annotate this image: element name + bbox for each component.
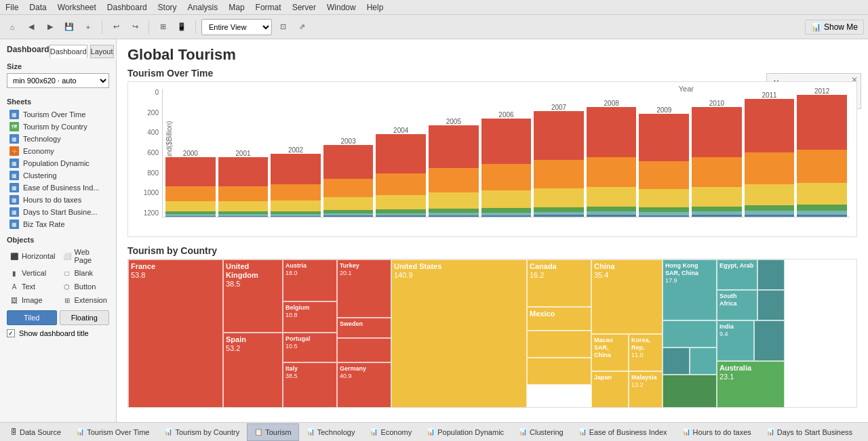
treemap-cell[interactable] (527, 358, 591, 385)
tab-biz-tax[interactable]: 📊 Biz Tax Rate (860, 423, 868, 441)
treemap-cell[interactable]: China35.4 (591, 259, 663, 334)
treemap-cell[interactable]: Malaysia13.2 (629, 371, 663, 408)
menu-analysis[interactable]: Analysis (188, 3, 218, 12)
sheet-days-start[interactable]: ▦ Days to Start Busine... (7, 206, 109, 218)
sheet-hours-taxes[interactable]: ▦ Hours to do taxes (7, 194, 109, 206)
treemap-cell[interactable] (527, 331, 591, 358)
show-me-button[interactable]: 📊 Show Me (805, 20, 864, 35)
show-title-checkbox[interactable] (7, 329, 15, 337)
menu-dashboard[interactable]: Dashboard (107, 3, 147, 12)
tab-tourism-over-time[interactable]: 📊 Tourism Over Time (68, 423, 157, 441)
device-button[interactable]: 📱 (174, 19, 190, 35)
treemap-cell[interactable]: Japan (591, 371, 629, 408)
sheet-ease-business[interactable]: ▦ Ease of Business Ind... (7, 182, 109, 194)
menu-story[interactable]: Story (158, 3, 177, 12)
menu-map[interactable]: Map (229, 3, 244, 12)
layout-tab[interactable]: Layout (90, 45, 114, 58)
object-vertical[interactable]: ▮ Vertical (7, 267, 58, 279)
menu-window[interactable]: Window (327, 3, 356, 12)
share-button[interactable]: ⇗ (294, 19, 310, 35)
object-extension[interactable]: ⊞ Extension (60, 294, 110, 306)
sheet-technology[interactable]: ▦ Technology (7, 133, 109, 145)
bar-group-2001[interactable]: 2001 (218, 148, 269, 217)
tab-days-start[interactable]: 📊 Days to Start Business (759, 423, 860, 441)
bar-group-2006[interactable]: 2006 (481, 110, 532, 217)
bar-group-2012[interactable]: 2012 (797, 86, 847, 217)
tab-clustering[interactable]: 📊 Clustering (511, 423, 571, 441)
object-webpage[interactable]: ⬜ Web Page (60, 247, 110, 266)
treemap-cell[interactable] (337, 338, 391, 362)
size-dropdown[interactable]: min 900x620 · auto (7, 73, 109, 88)
treemap-cell[interactable]: Egypt, Arab (717, 259, 757, 290)
treemap-cell[interactable]: Austria18.0 (283, 259, 337, 301)
treemap-cell[interactable] (663, 348, 690, 375)
bar-group-2000[interactable]: 2000 (165, 148, 216, 217)
treemap-cell[interactable]: United States140.9 (391, 259, 527, 408)
dashboard-tab[interactable]: Dashboard (50, 45, 87, 58)
treemap-cell[interactable]: Spain53.2 (223, 333, 283, 408)
treemap-cell[interactable] (757, 290, 785, 320)
object-blank[interactable]: □ Blank (60, 267, 110, 279)
view-dropdown[interactable]: Entire View (201, 19, 272, 35)
treemap-cell[interactable]: Macao SAR, China (591, 334, 629, 371)
bar-group-2008[interactable]: 2008 (587, 98, 637, 217)
tab-tourism[interactable]: 📋 Tourism (247, 423, 299, 441)
layout-button[interactable]: ⊞ (155, 19, 171, 35)
treemap-cell[interactable]: Italy38.5 (283, 362, 337, 408)
tab-hours-taxes[interactable]: 📊 Hours to do taxes (675, 423, 759, 441)
treemap-cell[interactable] (663, 375, 717, 408)
tab-economy[interactable]: 📊 Economy (362, 423, 419, 441)
sheet-clustering[interactable]: ▦ Clustering (7, 169, 109, 182)
menu-help[interactable]: Help (367, 3, 384, 12)
redo-button[interactable]: ↪ (127, 19, 143, 35)
treemap-cell[interactable]: India9.4 (717, 320, 754, 361)
bar-group-2011[interactable]: 2011 (745, 90, 795, 217)
sheet-economy[interactable]: ⊹ Economy (7, 145, 109, 157)
sheet-biz-tax[interactable]: ▦ Biz Tax Rate (7, 218, 109, 230)
bar-group-2004[interactable]: 2004 (376, 125, 426, 217)
bar-group-2009[interactable]: 2009 (639, 105, 689, 217)
home-button[interactable]: ⌂ (4, 19, 20, 35)
bar-group-2005[interactable]: 2005 (429, 117, 479, 217)
forward-button[interactable]: ▶ (42, 19, 58, 35)
tab-data-source[interactable]: 🗄 Data Source (3, 423, 68, 441)
treemap-cell[interactable]: United Kingdom38.5 (223, 259, 283, 333)
object-horizontal[interactable]: ⬛ Horizontal (7, 247, 58, 266)
tab-tourism-by-country[interactable]: 📊 Tourism by Country (157, 423, 247, 441)
treemap-cell[interactable]: Canada16.2 (527, 259, 591, 307)
treemap-cell[interactable]: Australia23.1 (717, 361, 785, 408)
object-text[interactable]: A Text (7, 280, 58, 293)
treemap-cell[interactable]: Portugal10.5 (283, 333, 337, 362)
menu-data[interactable]: Data (29, 3, 46, 12)
floating-button[interactable]: Floating (60, 310, 110, 325)
tab-ease-business[interactable]: 📊 Ease of Business Index (571, 423, 675, 441)
treemap-cell[interactable]: South Africa (717, 290, 757, 320)
treemap-cell[interactable]: Mexico (527, 307, 591, 331)
menu-file[interactable]: File (5, 3, 18, 12)
bar-group-2003[interactable]: 2003 (323, 136, 374, 217)
sheet-tourism-by-country[interactable]: 🗺 Tourism by Country (7, 121, 109, 133)
treemap-cell[interactable]: Turkey20.1 (337, 259, 391, 318)
save-button[interactable]: 💾 (61, 19, 77, 35)
bar-group-2010[interactable]: 2010 (692, 98, 742, 217)
treemap-cell[interactable]: Hong Kong SAR, China17.9 (663, 259, 717, 320)
sheet-tourism-over-time[interactable]: ▦ Tourism Over Time (7, 108, 109, 121)
treemap-cell[interactable] (754, 320, 785, 361)
treemap-cell[interactable] (757, 259, 785, 290)
object-image[interactable]: 🖼 Image (7, 294, 58, 306)
new-button[interactable]: + (80, 19, 96, 35)
tab-population[interactable]: 📊 Population Dynamic (419, 423, 511, 441)
menu-worksheet[interactable]: Worksheet (58, 3, 96, 12)
treemap-cell[interactable]: Germany40.9 (337, 362, 391, 408)
menu-format[interactable]: Format (256, 3, 281, 12)
treemap-cell[interactable]: Korea, Rep.11.0 (629, 334, 663, 371)
treemap-cell[interactable]: Belgium10.8 (283, 301, 337, 333)
sheet-population[interactable]: ▦ Population Dynamic (7, 157, 109, 169)
tab-technology[interactable]: 📊 Technology (299, 423, 363, 441)
back-button[interactable]: ◀ (23, 19, 39, 35)
bar-group-2007[interactable]: 2007 (534, 102, 584, 217)
treemap-cell[interactable]: France53.8 (128, 259, 223, 408)
object-button[interactable]: ⬡ Button (60, 280, 110, 293)
tiled-button[interactable]: Tiled (7, 310, 57, 325)
treemap-cell[interactable] (663, 320, 717, 348)
